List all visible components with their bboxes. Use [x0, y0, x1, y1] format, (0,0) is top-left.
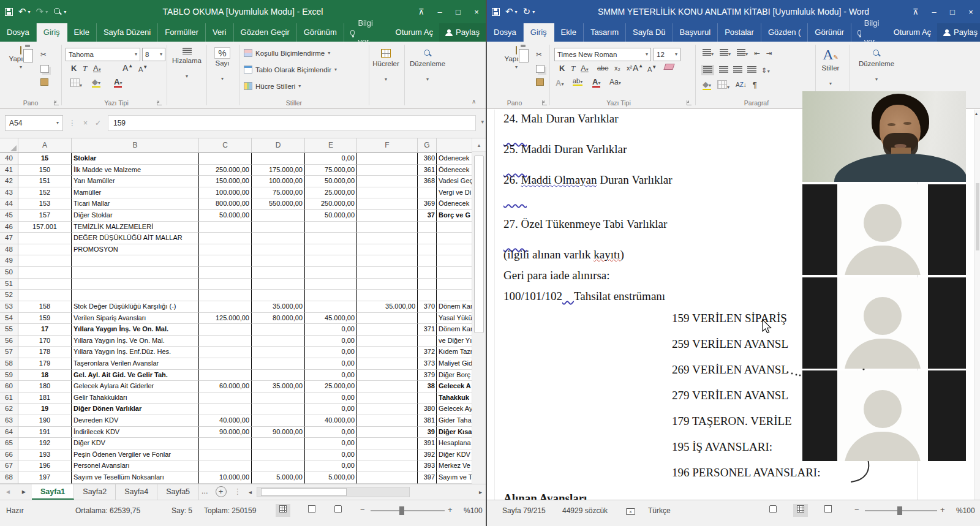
column-header-C[interactable]: C — [199, 138, 252, 152]
cell[interactable] — [252, 233, 305, 244]
zoom-in-button[interactable]: + — [940, 505, 945, 514]
highlight-button[interactable]: ab▾ — [573, 77, 582, 86]
cell[interactable] — [252, 460, 305, 472]
cells-button[interactable]: Hücreler▾ — [370, 49, 402, 82]
cell[interactable] — [418, 267, 437, 279]
cell[interactable]: Gelecek Ay — [437, 404, 472, 415]
cut-button[interactable]: ✂ — [40, 50, 47, 59]
cell[interactable] — [305, 244, 357, 256]
sort-icon[interactable]: AZ↓ — [736, 81, 747, 88]
cell[interactable]: 18 — [18, 370, 72, 381]
cell[interactable]: 179 — [18, 358, 72, 370]
increase-indent-icon[interactable]: ⇥ — [766, 49, 772, 58]
cell[interactable]: Ödenecek — [437, 153, 472, 165]
tab-g-r-n-m[interactable]: Görünüm — [297, 23, 344, 42]
tab-g-r-n-r[interactable]: Görünür — [808, 23, 851, 42]
cell[interactable]: 372 — [418, 347, 437, 358]
tab-sayfa-d-zeni[interactable]: Sayfa Düzeni — [97, 23, 158, 42]
cell[interactable] — [199, 404, 252, 415]
excel-share-button[interactable]: Paylaş — [439, 23, 486, 42]
scrollbar-thumb[interactable] — [976, 183, 979, 250]
number-format-button[interactable]: % Sayı▾ — [208, 48, 236, 81]
tab-g-zden-ge-ir[interactable]: Gözden Geçir — [234, 23, 297, 42]
cell[interactable]: 157.001 — [18, 222, 72, 233]
paste-button[interactable]: Yapıştır ▾ — [500, 47, 532, 70]
hscroll-left-icon[interactable]: ◂ — [245, 484, 255, 500]
numbering-icon[interactable]: ▾ — [720, 49, 731, 58]
font-size-select[interactable]: 8▾ — [142, 48, 165, 61]
cell[interactable]: 380 — [418, 404, 437, 415]
cell[interactable]: 0,00 — [305, 449, 357, 461]
tab-g-zden-[interactable]: Gözden ( — [761, 23, 808, 42]
paste-button[interactable]: Yapıştır ▾ — [5, 47, 37, 70]
participant-tile[interactable] — [802, 370, 966, 461]
tab-ekle[interactable]: Ekle — [554, 23, 584, 42]
cell[interactable] — [418, 290, 437, 301]
cell[interactable]: 50.000,00 — [305, 176, 357, 187]
tab-tasar-m[interactable]: Tasarım — [584, 23, 626, 42]
format-painter-icon[interactable] — [40, 78, 48, 86]
copy-icon[interactable] — [40, 65, 49, 73]
excel-tell-me[interactable]: Bilgi ver.. — [344, 23, 390, 42]
italic-button[interactable]: T — [571, 64, 575, 73]
cell[interactable] — [357, 336, 418, 347]
cell[interactable]: 379 — [418, 370, 437, 381]
italic-button[interactable]: T — [83, 64, 87, 73]
cell[interactable]: 40.000,00 — [305, 415, 357, 427]
cell[interactable] — [357, 165, 418, 176]
cell[interactable] — [18, 290, 72, 301]
cell[interactable]: Stok Değer Düşüklüğü Karşılığı (-) — [72, 301, 199, 313]
cell[interactable]: 250.000,00 — [305, 198, 357, 210]
cell[interactable]: 368 — [418, 176, 437, 187]
strikethrough-button[interactable]: abe — [597, 64, 608, 72]
cell[interactable]: 150.000,00 — [199, 176, 252, 187]
align-left-icon[interactable] — [701, 65, 714, 75]
cell[interactable]: Borç ve G — [437, 210, 472, 222]
cell[interactable] — [418, 313, 437, 325]
view-read-mode-button[interactable] — [766, 504, 780, 517]
cell[interactable] — [305, 233, 357, 244]
cell[interactable]: 369 — [418, 198, 437, 210]
cell[interactable] — [437, 222, 472, 233]
cell[interactable]: 15 — [18, 153, 72, 165]
cell[interactable]: 196 — [18, 460, 72, 472]
editing-button[interactable]: Düzenleme▾ — [406, 49, 449, 82]
cell[interactable] — [199, 324, 252, 336]
clipboard-dialog-launcher[interactable] — [54, 100, 59, 105]
sheet-tab-sayfa1[interactable]: Sayfa1 — [32, 484, 74, 500]
row-header[interactable]: 51 — [0, 279, 18, 290]
cell[interactable] — [252, 438, 305, 449]
add-sheet-button[interactable]: + — [216, 486, 227, 497]
zoom-slider-thumb[interactable] — [399, 506, 404, 515]
shrink-font-button[interactable]: A▼ — [138, 64, 148, 73]
zoom-out-button[interactable]: − — [360, 505, 365, 514]
tab-veri[interactable]: Veri — [206, 23, 233, 42]
row-header[interactable]: 67 — [0, 460, 18, 472]
enter-entry-icon[interactable]: ✓ — [95, 119, 101, 127]
cell[interactable]: 361 — [418, 165, 437, 176]
proofing-icon[interactable]: x — [626, 505, 635, 516]
cell[interactable] — [252, 244, 305, 256]
tab-dosya[interactable]: Dosya — [487, 23, 524, 42]
undo-icon[interactable]: ↶ — [505, 6, 513, 17]
cell[interactable] — [305, 267, 357, 279]
justify-icon[interactable] — [747, 66, 756, 74]
cell[interactable] — [252, 449, 305, 461]
cell[interactable]: 90.000,00 — [252, 427, 305, 438]
cell[interactable] — [199, 233, 252, 244]
cell[interactable]: 373 — [418, 358, 437, 370]
cell[interactable]: 19 — [18, 404, 72, 415]
maximize-button[interactable]: □ — [449, 7, 467, 17]
cell[interactable] — [357, 187, 418, 199]
cell[interactable] — [18, 233, 72, 244]
ribbon-options-icon[interactable]: ⊼ — [412, 7, 431, 17]
column-header-G[interactable]: G — [418, 138, 437, 152]
cell[interactable]: 0,00 — [305, 324, 357, 336]
row-header[interactable]: 65 — [0, 438, 18, 449]
alignment-button[interactable]: Hizalama▾ — [169, 48, 205, 79]
cell[interactable] — [252, 210, 305, 222]
cell[interactable]: 0,00 — [305, 358, 357, 370]
zoom-level[interactable]: %100 — [464, 505, 483, 516]
cell[interactable]: 100.000,00 — [199, 187, 252, 199]
tab-ba-vurul[interactable]: Başvurul — [673, 23, 718, 42]
